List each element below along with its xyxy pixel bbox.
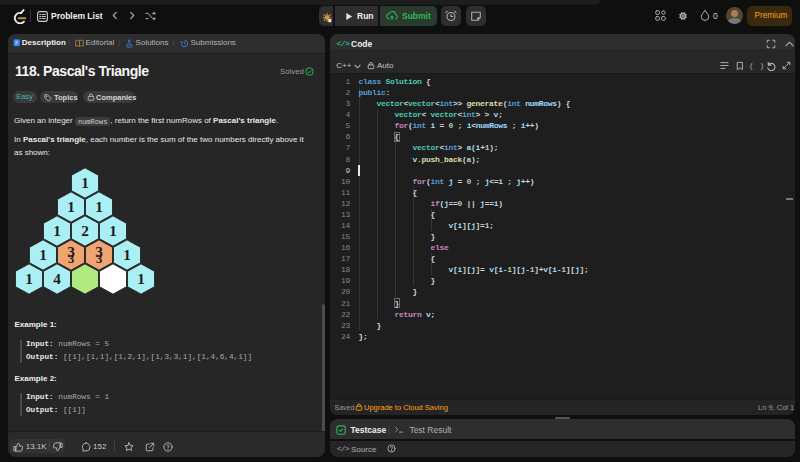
svg-text:2: 2 — [81, 222, 89, 239]
svg-text:1: 1 — [81, 174, 89, 191]
svg-text:1: 1 — [137, 270, 145, 287]
svg-text:4: 4 — [53, 270, 61, 287]
svg-text:1: 1 — [109, 222, 117, 239]
svg-text:1: 1 — [123, 246, 131, 263]
svg-text:3: 3 — [68, 252, 74, 266]
svg-text:1: 1 — [67, 198, 75, 215]
svg-text:1: 1 — [25, 270, 33, 287]
svg-text:1: 1 — [39, 246, 47, 263]
svg-text:3: 3 — [96, 252, 102, 266]
svg-text:1: 1 — [53, 222, 61, 239]
svg-text:1: 1 — [95, 198, 103, 215]
